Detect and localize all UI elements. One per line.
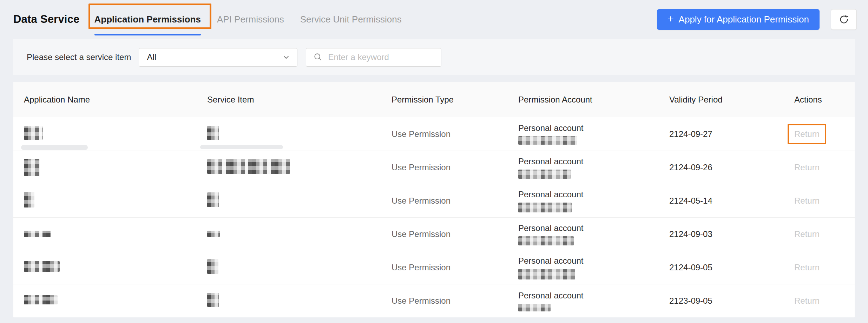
permission-account-cell: Personal account [518, 291, 669, 311]
redacted-application-name [24, 231, 51, 237]
return-link[interactable]: Return [794, 196, 820, 206]
column-header-permission-account: Permission Account [518, 95, 669, 105]
redacted-account-id [518, 304, 551, 311]
service-item-select[interactable]: All [139, 48, 297, 67]
redacted-service-item [207, 231, 220, 237]
permission-type-cell: Use Permission [392, 163, 518, 172]
permission-type-cell: Use Permission [392, 129, 518, 139]
annotation-highlight-box-return: Return [788, 124, 826, 144]
permission-account-cell: Personal account [518, 157, 669, 179]
permission-account-cell: Personal account [518, 123, 669, 145]
validity-period-cell: 2124-09-03 [669, 229, 794, 239]
apply-for-application-permission-button[interactable]: + Apply for Application Permission [657, 9, 820, 30]
validity-period-cell: 2124-09-27 [669, 129, 794, 139]
active-tab-underline [94, 34, 201, 35]
redacted-service-item [207, 259, 218, 274]
tab-bar: Application Permissions API Permissions … [94, 0, 418, 39]
permission-type-cell: Use Permission [392, 196, 518, 206]
redacted-service-item [207, 126, 219, 140]
validity-period-cell: 2123-09-05 [669, 296, 794, 306]
table-row: Use Permission Personal account 2123-09-… [13, 284, 855, 317]
return-link[interactable]: Return [794, 163, 820, 172]
account-type-label: Personal account [518, 256, 583, 266]
table-row: Use Permission Personal account 2124-09-… [13, 217, 855, 251]
filter-panel: Please select a service item All [13, 39, 855, 75]
table-row: Use Permission Personal account 2124-09-… [13, 117, 855, 151]
tab-application-permissions[interactable]: Application Permissions [94, 0, 201, 39]
permissions-table: Application Name Service Item Permission… [13, 82, 855, 317]
redacted-application-name [24, 295, 58, 304]
redacted-application-name [24, 192, 34, 207]
permission-account-cell: Personal account [518, 223, 669, 245]
column-header-actions: Actions [794, 95, 855, 105]
redacted-service-item [207, 192, 219, 207]
blur-artifact-bar [21, 145, 88, 150]
permission-type-cell: Use Permission [392, 263, 518, 272]
tab-service-unit-permissions[interactable]: Service Unit Permissions [300, 0, 402, 39]
redacted-account-id [518, 136, 577, 145]
table-row: Use Permission Personal account 2124-09-… [13, 151, 855, 184]
account-type-label: Personal account [518, 157, 583, 166]
redacted-account-id [518, 269, 575, 279]
page-title: Data Service [13, 13, 80, 26]
permission-type-cell: Use Permission [392, 296, 518, 306]
redacted-application-name [24, 159, 40, 176]
redacted-application-name [24, 261, 60, 272]
permission-account-cell: Personal account [518, 256, 669, 279]
keyword-input[interactable] [328, 52, 435, 62]
return-link[interactable]: Return [794, 263, 820, 272]
table-row: Use Permission Personal account 2124-05-… [13, 184, 855, 217]
validity-period-cell: 2124-09-05 [669, 263, 794, 272]
return-link[interactable]: Return [794, 229, 820, 239]
tab-label: API Permissions [217, 14, 284, 25]
service-item-select-value: All [147, 52, 282, 62]
column-header-service-item: Service Item [207, 95, 392, 105]
apply-button-label: Apply for Application Permission [679, 14, 809, 25]
redacted-account-id [518, 170, 571, 179]
column-header-application-name: Application Name [24, 95, 207, 105]
chevron-down-icon [282, 53, 291, 62]
tab-label: Application Permissions [94, 14, 201, 25]
top-bar-actions: + Apply for Application Permission [657, 9, 857, 30]
column-header-validity-period: Validity Period [669, 95, 794, 105]
permission-type-cell: Use Permission [392, 229, 518, 239]
account-type-label: Personal account [518, 190, 583, 199]
tab-label: Service Unit Permissions [300, 14, 402, 25]
account-type-label: Personal account [518, 123, 583, 133]
permission-account-cell: Personal account [518, 190, 669, 212]
validity-period-cell: 2124-09-26 [669, 163, 794, 172]
return-link[interactable]: Return [794, 296, 820, 306]
tab-api-permissions[interactable]: API Permissions [217, 0, 284, 39]
table-header-row: Application Name Service Item Permission… [13, 82, 855, 117]
refresh-icon [839, 14, 849, 25]
redacted-account-id [518, 236, 574, 245]
redacted-account-id [518, 203, 572, 212]
service-item-filter-label: Please select a service item [27, 52, 131, 62]
top-bar: Data Service Application Permissions API… [0, 0, 868, 39]
account-type-label: Personal account [518, 291, 583, 301]
plus-icon: + [668, 14, 674, 24]
column-header-permission-type: Permission Type [392, 95, 518, 105]
redacted-application-name [24, 126, 43, 140]
redacted-service-item [207, 159, 290, 174]
validity-period-cell: 2124-05-14 [669, 196, 794, 206]
refresh-button[interactable] [831, 9, 857, 30]
search-icon [313, 52, 323, 62]
account-type-label: Personal account [518, 223, 583, 233]
keyword-search-box [306, 48, 441, 67]
return-link[interactable]: Return [794, 129, 820, 139]
blur-artifact-bar [200, 145, 283, 149]
table-row: Use Permission Personal account 2124-09-… [13, 251, 855, 284]
redacted-service-item [207, 293, 219, 307]
